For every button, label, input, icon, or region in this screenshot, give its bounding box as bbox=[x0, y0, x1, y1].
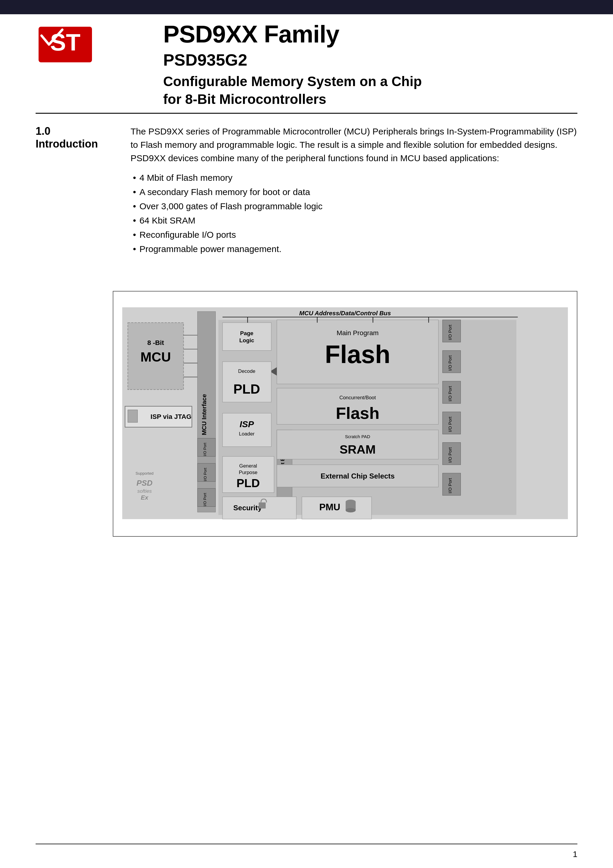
svg-text:Scratch PAD: Scratch PAD bbox=[345, 434, 370, 439]
svg-text:Flash: Flash bbox=[336, 404, 379, 422]
svg-text:Main Program: Main Program bbox=[337, 329, 379, 336]
svg-text:SRAM: SRAM bbox=[339, 443, 376, 456]
title-area: PSD9XX Family PSD935G2 Configurable Memo… bbox=[163, 21, 577, 108]
product-family-title: PSD9XX Family bbox=[163, 21, 577, 48]
product-number-title: PSD935G2 bbox=[163, 50, 577, 70]
svg-text:Concurrent/Boot: Concurrent/Boot bbox=[339, 395, 376, 400]
svg-text:I/O Port: I/O Port bbox=[447, 417, 452, 432]
svg-text:PLD: PLD bbox=[234, 381, 260, 397]
header-bar bbox=[0, 0, 613, 14]
svg-text:I/O Port: I/O Port bbox=[447, 447, 452, 463]
svg-text:MCU: MCU bbox=[140, 349, 171, 364]
svg-text:General: General bbox=[239, 463, 257, 469]
svg-text:Decode: Decode bbox=[238, 368, 255, 374]
svg-text:I/O Port: I/O Port bbox=[447, 477, 452, 493]
svg-text:Loader: Loader bbox=[239, 431, 255, 437]
svg-text:PLD: PLD bbox=[237, 476, 260, 490]
svg-text:Page: Page bbox=[240, 330, 253, 336]
section-content: The PSD9XX series of Programmable Microc… bbox=[130, 125, 577, 256]
page-logic-block bbox=[223, 323, 271, 350]
content-area: 1.0 Introduction The PSD9XX series of Pr… bbox=[36, 125, 577, 256]
chip-diagram-svg: MCU Address/Data/Control Bus 8 -Bit MCU … bbox=[122, 301, 568, 526]
list-item: 4 Mbit of Flash memory bbox=[130, 171, 577, 185]
svg-rect-6 bbox=[128, 410, 138, 422]
svg-text:ISP: ISP bbox=[240, 419, 254, 429]
svg-text:I/O Port: I/O Port bbox=[447, 355, 452, 371]
svg-text:Purpose: Purpose bbox=[239, 470, 257, 475]
svg-text:I/O Port: I/O Port bbox=[203, 468, 207, 482]
list-item: 64 Kbit SRAM bbox=[130, 214, 577, 228]
svg-text:ST: ST bbox=[50, 29, 80, 56]
section-number: 1.0 bbox=[36, 125, 113, 138]
bus-label: MCU Address/Data/Control Bus bbox=[299, 310, 391, 316]
st-logo-area: ST bbox=[36, 24, 101, 71]
section-title: Introduction bbox=[36, 138, 113, 150]
svg-text:I/O Port: I/O Port bbox=[203, 493, 207, 507]
list-item: Programmable power management. bbox=[130, 242, 577, 256]
intro-paragraph: The PSD9XX series of Programmable Microc… bbox=[130, 125, 577, 165]
svg-text:External Chip Selects: External Chip Selects bbox=[321, 472, 395, 480]
chip-diagram-container: MCU Address/Data/Control Bus 8 -Bit MCU … bbox=[113, 291, 577, 537]
bullet-list: 4 Mbit of Flash memory A secondary Flash… bbox=[130, 171, 577, 256]
svg-text:Supported: Supported bbox=[136, 471, 154, 476]
list-item: Over 3,000 gates of Flash programmable l… bbox=[130, 199, 577, 214]
svg-text:Flash: Flash bbox=[325, 341, 390, 368]
product-description-title: Configurable Memory System on a Chip for… bbox=[163, 73, 577, 108]
svg-text:8 -Bit: 8 -Bit bbox=[147, 339, 164, 346]
svg-text:Ex: Ex bbox=[141, 494, 149, 501]
svg-point-43 bbox=[346, 508, 356, 512]
desc-line2: for 8-Bit Microcontrollers bbox=[163, 91, 327, 107]
svg-text:Security: Security bbox=[233, 504, 262, 512]
isp-loader-block bbox=[223, 413, 271, 447]
svg-text:PMU: PMU bbox=[319, 502, 341, 512]
st-logo-svg: ST bbox=[36, 24, 95, 65]
main-divider bbox=[36, 113, 577, 114]
section-label: 1.0 Introduction bbox=[36, 125, 113, 256]
footer-divider bbox=[36, 844, 577, 844]
svg-text:Logic: Logic bbox=[240, 337, 254, 344]
svg-text:ISP via JTAG: ISP via JTAG bbox=[150, 413, 191, 420]
list-item: Reconfigurable I/O ports bbox=[130, 228, 577, 242]
page-number: 1 bbox=[573, 849, 577, 859]
svg-text:I/O Port: I/O Port bbox=[447, 324, 452, 340]
svg-text:softies: softies bbox=[137, 488, 152, 494]
svg-text:I/O Port: I/O Port bbox=[447, 386, 452, 401]
svg-text:PSD: PSD bbox=[136, 479, 153, 487]
desc-line1: Configurable Memory System on a Chip bbox=[163, 74, 422, 89]
svg-rect-39 bbox=[259, 502, 266, 508]
svg-text:MCU Interface: MCU Interface bbox=[201, 394, 208, 435]
svg-text:I/O Port: I/O Port bbox=[203, 443, 207, 456]
list-item: A secondary Flash memory for boot or dat… bbox=[130, 185, 577, 199]
